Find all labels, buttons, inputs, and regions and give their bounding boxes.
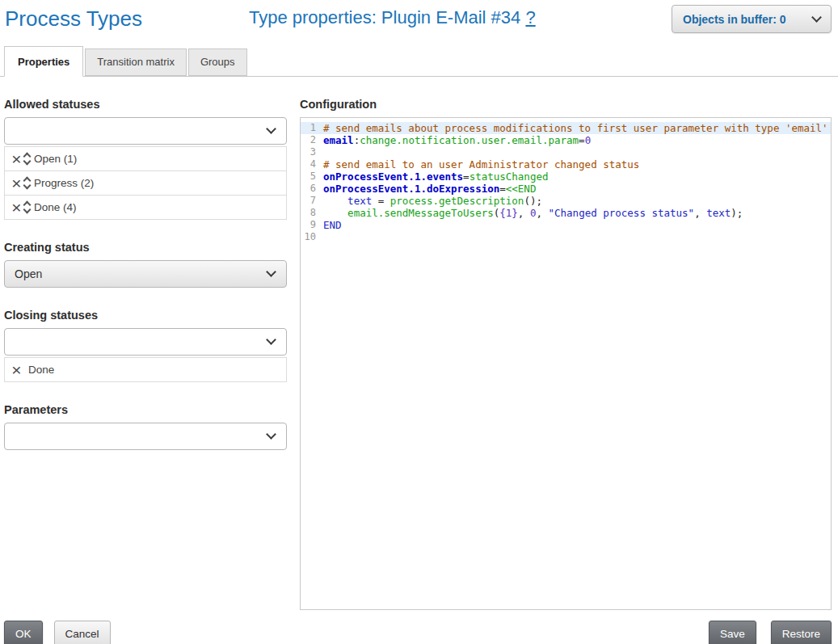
closing-statuses-list: ×Done [4,357,287,382]
status-label: Done (4) [34,201,77,213]
code-line: 6onProcessEvent.1.doExpression=<<END [301,183,831,195]
objects-in-buffer-label: Objects in buffer: 0 [683,13,786,26]
remove-icon[interactable]: × [10,363,23,377]
tab-groups[interactable]: Groups [188,48,247,76]
status-label: Open (1) [34,153,77,165]
line-number: 3 [301,146,323,158]
line-number: 7 [301,195,323,207]
code-line: 7 text = process.getDescription(); [301,195,831,207]
configuration-column: Configuration 1# send emails about proce… [300,77,832,610]
remove-icon[interactable]: × [10,176,23,191]
code-text: email.sendMessageToUsers({1}, 0, "Change… [323,207,743,219]
sort-icon[interactable] [24,202,30,213]
allowed-statuses-label: Allowed statuses [4,98,287,111]
chevron-down-icon [266,124,276,134]
tab-transition-matrix[interactable]: Transition matrix [85,48,187,76]
form-column: Allowed statuses ×Open (1)×Progress (2)×… [4,77,287,610]
configuration-code-editor[interactable]: 1# send emails about process modificatio… [300,117,832,610]
type-properties-title: Type properties: Plugin E-Mail #34 ? [249,7,536,28]
line-number: 10 [301,231,323,243]
tab-bar: Properties Transition matrix Groups [0,46,838,77]
code-line: 4# send email to an user Administrator c… [301,158,831,170]
code-line: 10 [301,231,831,243]
help-link[interactable]: ? [525,7,535,27]
page-title: Process Types [5,6,142,32]
allowed-statuses-list: ×Open (1)×Progress (2)×Done (4) [4,146,287,220]
footer-right-group: Save Restore [709,621,832,644]
status-list-item[interactable]: ×Done [5,358,286,382]
chevron-down-icon[interactable] [23,158,32,166]
cancel-button[interactable]: Cancel [54,621,111,644]
chevron-down-icon[interactable] [23,182,32,190]
main-content: Allowed statuses ×Open (1)×Progress (2)×… [0,77,838,610]
parameters-label: Parameters [4,403,287,416]
code-text: END [323,219,342,231]
chevron-down-icon [266,335,276,345]
chevron-down-icon[interactable] [23,206,32,214]
ok-button[interactable]: OK [4,621,43,644]
creating-status-select[interactable]: Open [4,260,287,288]
creating-status-label: Creating status [4,241,287,254]
closing-statuses-select[interactable] [4,328,287,356]
chevron-down-icon [811,12,822,23]
status-list-item[interactable]: ×Done (4) [5,196,286,220]
code-line: 8 email.sendMessageToUsers({1}, 0, "Chan… [301,207,831,219]
remove-icon[interactable]: × [10,152,23,166]
status-label: Done [28,364,54,376]
configuration-label: Configuration [300,98,832,111]
header: Process Types Type properties: Plugin E-… [0,0,838,45]
footer: OK Cancel Save Restore [0,621,838,644]
code-text: # send email to an user Administrator ch… [323,158,639,170]
line-number: 2 [301,134,323,146]
line-number: 5 [301,170,323,183]
line-number: 1 [301,122,323,134]
tab-properties[interactable]: Properties [4,46,83,77]
line-number: 8 [301,207,323,219]
code-text: # send emails about process modification… [323,122,828,134]
status-list-item[interactable]: ×Open (1) [5,147,286,171]
line-number: 6 [301,183,323,195]
code-line: 3 [301,146,831,158]
chevron-down-icon [266,267,276,277]
restore-button[interactable]: Restore [771,621,832,644]
line-number: 4 [301,158,323,170]
code-line: 9END [301,219,831,231]
sort-icon[interactable] [24,178,30,188]
status-label: Progress (2) [34,177,94,189]
closing-statuses-label: Closing statuses [4,309,287,322]
code-line: 1# send emails about process modificatio… [301,122,831,134]
allowed-statuses-select[interactable] [4,117,287,145]
type-title-text: Type properties: Plugin E-Mail #34 [249,7,520,27]
code-text: text = process.getDescription(); [323,195,542,207]
parameters-select[interactable] [4,423,287,450]
code-line: 5onProcessEvent.1.events=statusChanged [301,170,831,183]
code-text: onProcessEvent.1.doExpression=<<END [323,183,536,195]
sort-icon[interactable] [24,154,30,164]
line-number: 9 [301,219,323,231]
status-list-item[interactable]: ×Progress (2) [5,171,286,196]
remove-icon[interactable]: × [10,200,23,215]
objects-in-buffer-dropdown[interactable]: Objects in buffer: 0 [672,5,832,33]
code-text: onProcessEvent.1.events=statusChanged [323,170,548,183]
code-line: 2email:change.notification.user.email.pa… [301,134,831,146]
chevron-down-icon [266,429,276,440]
creating-status-value: Open [15,267,42,280]
save-button[interactable]: Save [709,621,756,644]
code-text: email:change.notification.user.email.par… [323,134,591,146]
